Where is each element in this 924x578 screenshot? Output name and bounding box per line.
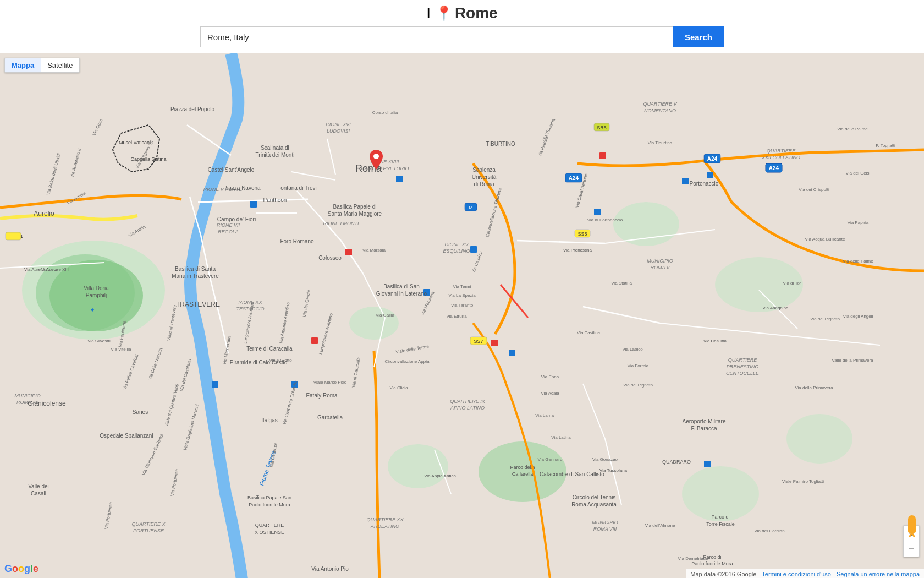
svg-text:Pantheon: Pantheon <box>263 197 287 203</box>
map-type-controls: Mappa Satellite <box>4 58 80 73</box>
svg-text:Aurelio: Aurelio <box>34 210 54 217</box>
svg-text:MUNICIPIO: MUNICIPIO <box>14 393 41 399</box>
svg-text:Via della Primavera: Via della Primavera <box>795 385 833 390</box>
svg-text:Castel Sant'Angelo: Castel Sant'Angelo <box>208 167 255 173</box>
svg-text:Giovanni in Laterano: Giovanni in Laterano <box>376 291 427 297</box>
svg-rect-67 <box>704 461 711 467</box>
svg-text:Circolo del Tennis: Circolo del Tennis <box>573 494 616 500</box>
search-button[interactable]: Search <box>673 26 724 47</box>
svg-text:Sanes: Sanes <box>133 409 148 415</box>
svg-rect-237 <box>908 523 916 533</box>
svg-text:RIONE VII: RIONE VII <box>217 222 240 228</box>
svg-text:Musei Vaticani: Musei Vaticani <box>119 140 151 145</box>
svg-text:Colosseo: Colosseo <box>318 255 342 261</box>
svg-text:Caffarella: Caffarella <box>512 471 533 477</box>
svg-rect-69 <box>491 340 498 346</box>
svg-text:P. Togliatti: P. Togliatti <box>876 143 895 148</box>
map-marker[interactable] <box>370 150 383 172</box>
svg-text:Via dei Crispolti: Via dei Crispolti <box>799 187 829 192</box>
svg-text:MUNICIPIO: MUNICIPIO <box>647 258 673 264</box>
svg-text:Via del Pigneto: Via del Pigneto <box>810 317 840 321</box>
svg-text:Eataly Roma: Eataly Roma <box>306 392 338 399</box>
svg-text:Scalinata di: Scalinata di <box>261 145 289 151</box>
svg-text:Via Statilia: Via Statilia <box>611 281 632 286</box>
svg-text:PRENESTINO: PRENESTINO <box>727 364 759 369</box>
svg-text:Via Appia Antica: Via Appia Antica <box>424 473 456 478</box>
svg-text:TIBURTINO: TIBURTINO <box>486 141 515 147</box>
search-input[interactable] <box>200 26 673 47</box>
search-row: Search <box>0 26 924 47</box>
svg-text:MUNICIPIO: MUNICIPIO <box>592 520 618 525</box>
svg-text:Valle della Primavera: Valle della Primavera <box>832 358 874 363</box>
svg-rect-65 <box>594 209 601 215</box>
svg-text:Via Gennaro: Via Gennaro <box>538 457 563 462</box>
page-title: Rome <box>455 4 498 22</box>
map-type-mappa[interactable]: Mappa <box>5 58 41 72</box>
svg-text:Via Silvestri: Via Silvestri <box>87 339 111 343</box>
svg-text:Piazza del Popolo: Piazza del Popolo <box>170 106 215 112</box>
svg-text:Viale Marco Polo: Viale Marco Polo <box>314 380 347 385</box>
svg-text:Campo de' Fiori: Campo de' Fiori <box>217 216 256 222</box>
map-attribution: Map data ©2016 Google <box>690 571 756 577</box>
svg-text:Santa Maria Maggiore: Santa Maria Maggiore <box>328 211 382 217</box>
error-link[interactable]: Segnala un errore nella mappa <box>837 571 920 577</box>
svg-rect-224 <box>682 178 689 184</box>
svg-point-234 <box>373 154 379 159</box>
svg-text:A24: A24 <box>707 156 718 162</box>
svg-text:A24: A24 <box>569 175 579 181</box>
svg-rect-68 <box>345 249 352 255</box>
svg-text:Corso d'Italia: Corso d'Italia <box>372 110 398 115</box>
map-type-satellite[interactable]: Satellite <box>41 58 79 72</box>
svg-text:Via Termi: Via Termi <box>453 284 471 289</box>
svg-text:Via di Tor: Via di Tor <box>783 281 801 286</box>
svg-text:CENTOCELLE: CENTOCELLE <box>726 370 760 376</box>
svg-text:Torre Fiscale: Torre Fiscale <box>706 521 735 527</box>
svg-text:Garbatella: Garbatella <box>317 415 343 421</box>
heart-pin-icon: I 📍 <box>426 4 453 22</box>
svg-text:Cappella Sistina: Cappella Sistina <box>130 156 166 162</box>
svg-text:Pamphilj: Pamphilj <box>86 292 107 298</box>
svg-text:◆: ◆ <box>91 307 95 312</box>
svg-text:Via di Portonaccio: Via di Portonaccio <box>587 217 623 222</box>
svg-point-236 <box>909 516 915 523</box>
svg-text:F. Baracca: F. Baracca <box>691 426 717 432</box>
svg-text:Casali: Casali <box>31 490 46 497</box>
svg-point-11 <box>787 414 853 464</box>
svg-text:Gianicolense: Gianicolense <box>28 400 66 407</box>
svg-text:Via Prenestina: Via Prenestina <box>563 248 592 253</box>
svg-rect-70 <box>311 337 318 344</box>
svg-text:A24: A24 <box>769 165 779 171</box>
zoom-out-button[interactable]: − <box>904 541 919 557</box>
svg-text:NOMENTANO: NOMENTANO <box>644 108 676 113</box>
svg-text:SR5: SR5 <box>597 125 607 130</box>
svg-text:QUARTIERE: QUARTIERE <box>255 522 284 528</box>
pegman-icon[interactable] <box>905 515 919 537</box>
svg-text:Via Acqua Bullicante: Via Acqua Bullicante <box>805 237 845 242</box>
svg-text:REGOLA: REGOLA <box>218 229 239 235</box>
google-logo: Google <box>4 563 38 575</box>
svg-text:QUADRARO: QUADRARO <box>662 459 691 465</box>
svg-text:M: M <box>469 205 473 210</box>
svg-text:ESQUILINO: ESQUILINO <box>443 248 470 254</box>
svg-text:Parco di: Parco di <box>711 514 729 520</box>
svg-text:APPIO LATINO: APPIO LATINO <box>450 405 485 411</box>
svg-text:Via Taranto: Via Taranto <box>451 303 474 308</box>
svg-text:di Roma: di Roma <box>474 181 494 187</box>
terms-link[interactable]: Termini e condizioni d'uso <box>762 571 831 577</box>
svg-text:Via La Spezia: Via La Spezia <box>448 293 476 298</box>
svg-text:Circonvallazione Appia: Circonvallazione Appia <box>385 359 430 364</box>
svg-text:TRASTEVERE: TRASTEVERE <box>176 301 220 308</box>
svg-text:Italgas: Italgas <box>261 417 277 423</box>
header: I 📍 Rome Search <box>0 0 924 53</box>
map-canvas: Villa Doria Pamphilj Parco della Caffare… <box>0 53 924 578</box>
svg-text:Via Latina: Via Latina <box>551 435 571 440</box>
svg-text:Piazza Navona: Piazza Navona <box>223 185 261 191</box>
svg-text:Via del Pigneto: Via del Pigneto <box>623 383 653 388</box>
svg-text:Via Papiria: Via Papiria <box>848 220 869 225</box>
svg-rect-58 <box>396 176 403 182</box>
svg-text:Catacombe di San Callisto: Catacombe di San Callisto <box>540 471 604 477</box>
title-row: I 📍 Rome <box>0 4 924 22</box>
map-container[interactable]: Villa Doria Pamphilj Parco della Caffare… <box>0 53 924 578</box>
svg-text:RIONE I MONTI: RIONE I MONTI <box>323 221 359 226</box>
svg-text:QUARTIERE X: QUARTIERE X <box>132 521 166 527</box>
